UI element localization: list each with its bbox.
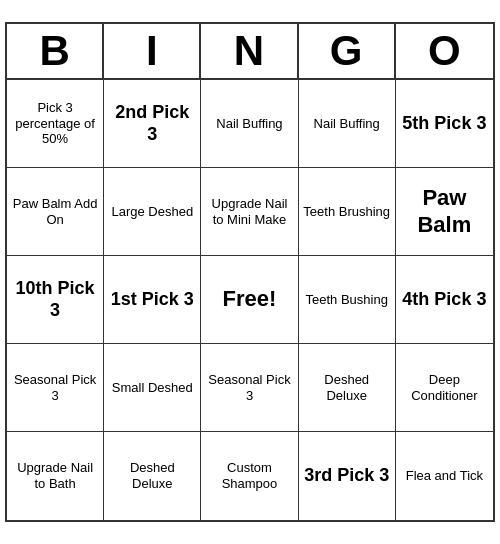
cell-text-20: Upgrade Nail to Bath (11, 460, 99, 491)
bingo-cell-21: Deshed Deluxe (104, 432, 201, 520)
bingo-cell-9: Paw Balm (396, 168, 493, 256)
bingo-card: BINGO Pick 3 percentage of 50%2nd Pick 3… (5, 22, 495, 522)
header-letter-n: N (201, 24, 298, 78)
cell-text-21: Deshed Deluxe (108, 460, 196, 491)
bingo-cell-15: Seasonal Pick 3 (7, 344, 104, 432)
cell-text-18: Deshed Deluxe (303, 372, 391, 403)
bingo-cell-20: Upgrade Nail to Bath (7, 432, 104, 520)
cell-text-11: 1st Pick 3 (111, 289, 194, 311)
cell-text-9: Paw Balm (400, 185, 489, 238)
cell-text-0: Pick 3 percentage of 50% (11, 100, 99, 147)
cell-text-5: Paw Balm Add On (11, 196, 99, 227)
bingo-cell-6: Large Deshed (104, 168, 201, 256)
cell-text-17: Seasonal Pick 3 (205, 372, 293, 403)
bingo-cell-23: 3rd Pick 3 (299, 432, 396, 520)
cell-text-15: Seasonal Pick 3 (11, 372, 99, 403)
bingo-cell-1: 2nd Pick 3 (104, 80, 201, 168)
header-letter-b: B (7, 24, 104, 78)
bingo-cell-2: Nail Buffing (201, 80, 298, 168)
bingo-cell-12: Free! (201, 256, 298, 344)
header-letter-i: I (104, 24, 201, 78)
bingo-cell-22: Custom Shampoo (201, 432, 298, 520)
bingo-cell-19: Deep Conditioner (396, 344, 493, 432)
cell-text-8: Teeth Brushing (303, 204, 390, 220)
bingo-cell-7: Upgrade Nail to Mini Make (201, 168, 298, 256)
header-letter-o: O (396, 24, 493, 78)
cell-text-6: Large Deshed (111, 204, 193, 220)
bingo-cell-8: Teeth Brushing (299, 168, 396, 256)
cell-text-13: Teeth Bushing (305, 292, 387, 308)
cell-text-4: 5th Pick 3 (402, 113, 486, 135)
cell-text-2: Nail Buffing (216, 116, 282, 132)
bingo-cell-13: Teeth Bushing (299, 256, 396, 344)
bingo-cell-18: Deshed Deluxe (299, 344, 396, 432)
cell-text-23: 3rd Pick 3 (304, 465, 389, 487)
bingo-cell-3: Nail Buffing (299, 80, 396, 168)
bingo-cell-24: Flea and Tick (396, 432, 493, 520)
bingo-cell-4: 5th Pick 3 (396, 80, 493, 168)
cell-text-14: 4th Pick 3 (402, 289, 486, 311)
bingo-cell-10: 10th Pick 3 (7, 256, 104, 344)
bingo-cell-17: Seasonal Pick 3 (201, 344, 298, 432)
bingo-cell-11: 1st Pick 3 (104, 256, 201, 344)
header-letter-g: G (299, 24, 396, 78)
cell-text-19: Deep Conditioner (400, 372, 489, 403)
bingo-grid: Pick 3 percentage of 50%2nd Pick 3Nail B… (7, 80, 493, 520)
cell-text-24: Flea and Tick (406, 468, 483, 484)
bingo-header: BINGO (7, 24, 493, 80)
bingo-cell-14: 4th Pick 3 (396, 256, 493, 344)
bingo-cell-0: Pick 3 percentage of 50% (7, 80, 104, 168)
cell-text-12: Free! (223, 286, 277, 312)
cell-text-22: Custom Shampoo (205, 460, 293, 491)
bingo-cell-5: Paw Balm Add On (7, 168, 104, 256)
bingo-cell-16: Small Deshed (104, 344, 201, 432)
cell-text-16: Small Deshed (112, 380, 193, 396)
cell-text-7: Upgrade Nail to Mini Make (205, 196, 293, 227)
cell-text-1: 2nd Pick 3 (108, 102, 196, 145)
cell-text-3: Nail Buffing (314, 116, 380, 132)
cell-text-10: 10th Pick 3 (11, 278, 99, 321)
